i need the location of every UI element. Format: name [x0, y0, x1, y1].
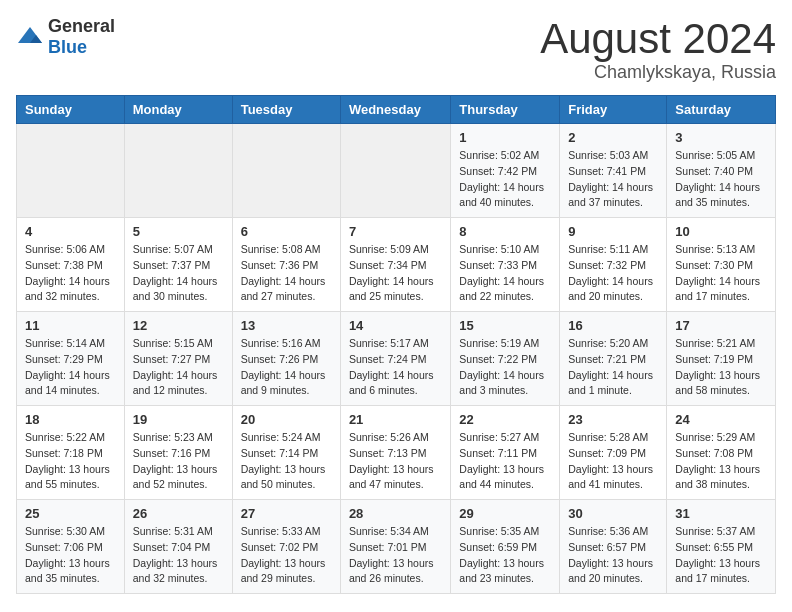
day-detail: Sunrise: 5:31 AMSunset: 7:04 PMDaylight:… [133, 524, 224, 587]
weekday-header-tuesday: Tuesday [232, 96, 340, 124]
calendar-cell: 30Sunrise: 5:36 AMSunset: 6:57 PMDayligh… [560, 500, 667, 594]
day-number: 19 [133, 412, 224, 427]
calendar-cell: 27Sunrise: 5:33 AMSunset: 7:02 PMDayligh… [232, 500, 340, 594]
location-title: Chamlykskaya, Russia [540, 62, 776, 83]
day-detail: Sunrise: 5:13 AMSunset: 7:30 PMDaylight:… [675, 242, 767, 305]
day-detail: Sunrise: 5:21 AMSunset: 7:19 PMDaylight:… [675, 336, 767, 399]
calendar-cell: 5Sunrise: 5:07 AMSunset: 7:37 PMDaylight… [124, 218, 232, 312]
calendar-cell: 28Sunrise: 5:34 AMSunset: 7:01 PMDayligh… [340, 500, 450, 594]
logo-icon [16, 25, 44, 49]
title-area: August 2024 Chamlykskaya, Russia [540, 16, 776, 83]
day-detail: Sunrise: 5:29 AMSunset: 7:08 PMDaylight:… [675, 430, 767, 493]
day-detail: Sunrise: 5:27 AMSunset: 7:11 PMDaylight:… [459, 430, 551, 493]
weekday-header-saturday: Saturday [667, 96, 776, 124]
day-number: 28 [349, 506, 442, 521]
day-number: 30 [568, 506, 658, 521]
calendar-cell: 13Sunrise: 5:16 AMSunset: 7:26 PMDayligh… [232, 312, 340, 406]
logo-blue: Blue [48, 37, 87, 57]
day-detail: Sunrise: 5:15 AMSunset: 7:27 PMDaylight:… [133, 336, 224, 399]
weekday-header-friday: Friday [560, 96, 667, 124]
calendar-week-3: 11Sunrise: 5:14 AMSunset: 7:29 PMDayligh… [17, 312, 776, 406]
day-number: 12 [133, 318, 224, 333]
calendar-cell: 4Sunrise: 5:06 AMSunset: 7:38 PMDaylight… [17, 218, 125, 312]
calendar-cell: 20Sunrise: 5:24 AMSunset: 7:14 PMDayligh… [232, 406, 340, 500]
day-number: 7 [349, 224, 442, 239]
calendar-cell: 21Sunrise: 5:26 AMSunset: 7:13 PMDayligh… [340, 406, 450, 500]
day-detail: Sunrise: 5:35 AMSunset: 6:59 PMDaylight:… [459, 524, 551, 587]
day-number: 14 [349, 318, 442, 333]
calendar-week-5: 25Sunrise: 5:30 AMSunset: 7:06 PMDayligh… [17, 500, 776, 594]
day-number: 15 [459, 318, 551, 333]
weekday-header-sunday: Sunday [17, 96, 125, 124]
day-number: 26 [133, 506, 224, 521]
day-number: 16 [568, 318, 658, 333]
day-detail: Sunrise: 5:07 AMSunset: 7:37 PMDaylight:… [133, 242, 224, 305]
day-number: 21 [349, 412, 442, 427]
weekday-header-wednesday: Wednesday [340, 96, 450, 124]
calendar-cell: 10Sunrise: 5:13 AMSunset: 7:30 PMDayligh… [667, 218, 776, 312]
calendar-cell: 15Sunrise: 5:19 AMSunset: 7:22 PMDayligh… [451, 312, 560, 406]
day-number: 29 [459, 506, 551, 521]
day-detail: Sunrise: 5:33 AMSunset: 7:02 PMDaylight:… [241, 524, 332, 587]
day-number: 2 [568, 130, 658, 145]
day-detail: Sunrise: 5:20 AMSunset: 7:21 PMDaylight:… [568, 336, 658, 399]
day-number: 18 [25, 412, 116, 427]
day-number: 20 [241, 412, 332, 427]
calendar-cell: 31Sunrise: 5:37 AMSunset: 6:55 PMDayligh… [667, 500, 776, 594]
day-number: 6 [241, 224, 332, 239]
day-detail: Sunrise: 5:03 AMSunset: 7:41 PMDaylight:… [568, 148, 658, 211]
day-detail: Sunrise: 5:28 AMSunset: 7:09 PMDaylight:… [568, 430, 658, 493]
day-number: 10 [675, 224, 767, 239]
calendar-cell: 11Sunrise: 5:14 AMSunset: 7:29 PMDayligh… [17, 312, 125, 406]
calendar-cell: 16Sunrise: 5:20 AMSunset: 7:21 PMDayligh… [560, 312, 667, 406]
day-number: 27 [241, 506, 332, 521]
day-number: 17 [675, 318, 767, 333]
day-detail: Sunrise: 5:23 AMSunset: 7:16 PMDaylight:… [133, 430, 224, 493]
calendar-cell: 17Sunrise: 5:21 AMSunset: 7:19 PMDayligh… [667, 312, 776, 406]
day-number: 9 [568, 224, 658, 239]
calendar-cell: 24Sunrise: 5:29 AMSunset: 7:08 PMDayligh… [667, 406, 776, 500]
logo: General Blue [16, 16, 115, 58]
day-number: 3 [675, 130, 767, 145]
weekday-header-row: SundayMondayTuesdayWednesdayThursdayFrid… [17, 96, 776, 124]
calendar-cell: 23Sunrise: 5:28 AMSunset: 7:09 PMDayligh… [560, 406, 667, 500]
calendar-table: SundayMondayTuesdayWednesdayThursdayFrid… [16, 95, 776, 594]
day-detail: Sunrise: 5:34 AMSunset: 7:01 PMDaylight:… [349, 524, 442, 587]
day-detail: Sunrise: 5:09 AMSunset: 7:34 PMDaylight:… [349, 242, 442, 305]
day-detail: Sunrise: 5:36 AMSunset: 6:57 PMDaylight:… [568, 524, 658, 587]
month-title: August 2024 [540, 16, 776, 62]
day-detail: Sunrise: 5:17 AMSunset: 7:24 PMDaylight:… [349, 336, 442, 399]
day-detail: Sunrise: 5:37 AMSunset: 6:55 PMDaylight:… [675, 524, 767, 587]
calendar-week-1: 1Sunrise: 5:02 AMSunset: 7:42 PMDaylight… [17, 124, 776, 218]
day-detail: Sunrise: 5:06 AMSunset: 7:38 PMDaylight:… [25, 242, 116, 305]
calendar-cell [17, 124, 125, 218]
calendar-cell: 29Sunrise: 5:35 AMSunset: 6:59 PMDayligh… [451, 500, 560, 594]
calendar-cell: 12Sunrise: 5:15 AMSunset: 7:27 PMDayligh… [124, 312, 232, 406]
day-number: 11 [25, 318, 116, 333]
calendar-cell: 25Sunrise: 5:30 AMSunset: 7:06 PMDayligh… [17, 500, 125, 594]
calendar-cell [340, 124, 450, 218]
day-detail: Sunrise: 5:05 AMSunset: 7:40 PMDaylight:… [675, 148, 767, 211]
day-number: 1 [459, 130, 551, 145]
day-number: 4 [25, 224, 116, 239]
calendar-week-2: 4Sunrise: 5:06 AMSunset: 7:38 PMDaylight… [17, 218, 776, 312]
weekday-header-thursday: Thursday [451, 96, 560, 124]
day-detail: Sunrise: 5:16 AMSunset: 7:26 PMDaylight:… [241, 336, 332, 399]
calendar-cell: 7Sunrise: 5:09 AMSunset: 7:34 PMDaylight… [340, 218, 450, 312]
day-detail: Sunrise: 5:10 AMSunset: 7:33 PMDaylight:… [459, 242, 551, 305]
day-number: 31 [675, 506, 767, 521]
day-number: 24 [675, 412, 767, 427]
calendar-cell: 3Sunrise: 5:05 AMSunset: 7:40 PMDaylight… [667, 124, 776, 218]
day-detail: Sunrise: 5:24 AMSunset: 7:14 PMDaylight:… [241, 430, 332, 493]
logo-general: General [48, 16, 115, 36]
calendar-cell: 26Sunrise: 5:31 AMSunset: 7:04 PMDayligh… [124, 500, 232, 594]
day-number: 22 [459, 412, 551, 427]
day-number: 13 [241, 318, 332, 333]
day-detail: Sunrise: 5:02 AMSunset: 7:42 PMDaylight:… [459, 148, 551, 211]
day-detail: Sunrise: 5:26 AMSunset: 7:13 PMDaylight:… [349, 430, 442, 493]
calendar-cell [232, 124, 340, 218]
calendar-cell: 14Sunrise: 5:17 AMSunset: 7:24 PMDayligh… [340, 312, 450, 406]
calendar-cell: 19Sunrise: 5:23 AMSunset: 7:16 PMDayligh… [124, 406, 232, 500]
day-detail: Sunrise: 5:19 AMSunset: 7:22 PMDaylight:… [459, 336, 551, 399]
weekday-header-monday: Monday [124, 96, 232, 124]
